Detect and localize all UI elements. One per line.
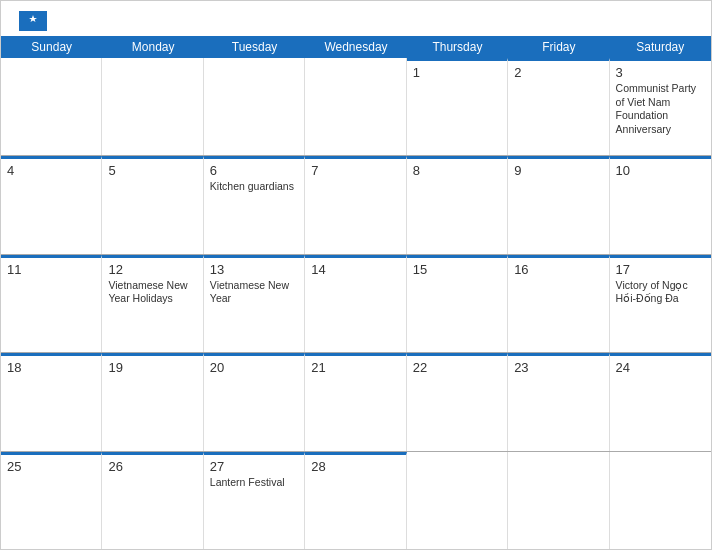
- day-18: 18: [1, 353, 102, 450]
- day-11: 11: [1, 255, 102, 352]
- day-4: 4: [1, 156, 102, 253]
- day-8: 8: [407, 156, 508, 253]
- event-day-13-0: Vietnamese New Year: [210, 279, 298, 306]
- weekday-saturday: Saturday: [610, 36, 711, 58]
- day-number-14: 14: [311, 262, 399, 277]
- day-number-13: 13: [210, 262, 298, 277]
- day-number-20: 20: [210, 360, 298, 375]
- day-number-11: 11: [7, 262, 95, 277]
- day-number-28: 28: [311, 459, 399, 474]
- week-row-1: 123Communist Party of Viet Nam Foundatio…: [1, 58, 711, 156]
- empty-day: [1, 58, 102, 155]
- day-27: 27Lantern Festival: [204, 452, 305, 549]
- day-13: 13Vietnamese New Year: [204, 255, 305, 352]
- event-day-17-0: Victory of Ngọc Hồi-Đống Đa: [616, 279, 705, 306]
- day-17: 17Victory of Ngọc Hồi-Đống Đa: [610, 255, 711, 352]
- calendar-container: Sunday Monday Tuesday Wednesday Thursday…: [0, 0, 712, 550]
- event-day-6-0: Kitchen guardians: [210, 180, 298, 194]
- day-number-18: 18: [7, 360, 95, 375]
- day-number-2: 2: [514, 65, 602, 80]
- day-number-22: 22: [413, 360, 501, 375]
- day-19: 19: [102, 353, 203, 450]
- day-15: 15: [407, 255, 508, 352]
- day-number-3: 3: [616, 65, 705, 80]
- calendar-header: [1, 1, 711, 36]
- day-number-4: 4: [7, 163, 95, 178]
- day-1: 1: [407, 58, 508, 155]
- day-16: 16: [508, 255, 609, 352]
- day-25: 25: [1, 452, 102, 549]
- day-23: 23: [508, 353, 609, 450]
- event-day-3-0: Communist Party of Viet Nam Foundation A…: [616, 82, 705, 137]
- day-number-5: 5: [108, 163, 196, 178]
- week-row-3: 1112Vietnamese New Year Holidays13Vietna…: [1, 255, 711, 353]
- day-2: 2: [508, 58, 609, 155]
- day-number-25: 25: [7, 459, 95, 474]
- weekday-thursday: Thursday: [407, 36, 508, 58]
- day-number-15: 15: [413, 262, 501, 277]
- day-24: 24: [610, 353, 711, 450]
- day-number-7: 7: [311, 163, 399, 178]
- day-3: 3Communist Party of Viet Nam Foundation …: [610, 58, 711, 155]
- day-number-24: 24: [616, 360, 705, 375]
- day-7: 7: [305, 156, 406, 253]
- day-number-23: 23: [514, 360, 602, 375]
- day-number-1: 1: [413, 65, 501, 80]
- day-14: 14: [305, 255, 406, 352]
- day-number-19: 19: [108, 360, 196, 375]
- weekday-friday: Friday: [508, 36, 609, 58]
- day-number-26: 26: [108, 459, 196, 474]
- weekday-monday: Monday: [102, 36, 203, 58]
- week-row-2: 456Kitchen guardians78910: [1, 156, 711, 254]
- weekday-tuesday: Tuesday: [204, 36, 305, 58]
- day-10: 10: [610, 156, 711, 253]
- empty-day: [204, 58, 305, 155]
- empty-day: [305, 58, 406, 155]
- day-number-9: 9: [514, 163, 602, 178]
- empty-day: [102, 58, 203, 155]
- logo: [16, 11, 47, 31]
- day-12: 12Vietnamese New Year Holidays: [102, 255, 203, 352]
- logo-flag-icon: [19, 11, 47, 31]
- day-28: 28: [305, 452, 406, 549]
- day-number-16: 16: [514, 262, 602, 277]
- day-number-17: 17: [616, 262, 705, 277]
- day-number-8: 8: [413, 163, 501, 178]
- week-row-4: 18192021222324: [1, 353, 711, 451]
- day-number-27: 27: [210, 459, 298, 474]
- day-21: 21: [305, 353, 406, 450]
- day-6: 6Kitchen guardians: [204, 156, 305, 253]
- day-number-6: 6: [210, 163, 298, 178]
- day-5: 5: [102, 156, 203, 253]
- week-row-5: 252627Lantern Festival28: [1, 452, 711, 549]
- calendar-grid: 123Communist Party of Viet Nam Foundatio…: [1, 58, 711, 549]
- weekday-sunday: Sunday: [1, 36, 102, 58]
- event-day-27-0: Lantern Festival: [210, 476, 298, 490]
- day-20: 20: [204, 353, 305, 450]
- empty-day: [610, 452, 711, 549]
- empty-day: [508, 452, 609, 549]
- day-number-10: 10: [616, 163, 705, 178]
- day-number-21: 21: [311, 360, 399, 375]
- event-day-12-0: Vietnamese New Year Holidays: [108, 279, 196, 306]
- weekday-wednesday: Wednesday: [305, 36, 406, 58]
- day-26: 26: [102, 452, 203, 549]
- day-9: 9: [508, 156, 609, 253]
- day-number-12: 12: [108, 262, 196, 277]
- weekdays-row: Sunday Monday Tuesday Wednesday Thursday…: [1, 36, 711, 58]
- empty-day: [407, 452, 508, 549]
- day-22: 22: [407, 353, 508, 450]
- svg-rect-0: [19, 11, 47, 31]
